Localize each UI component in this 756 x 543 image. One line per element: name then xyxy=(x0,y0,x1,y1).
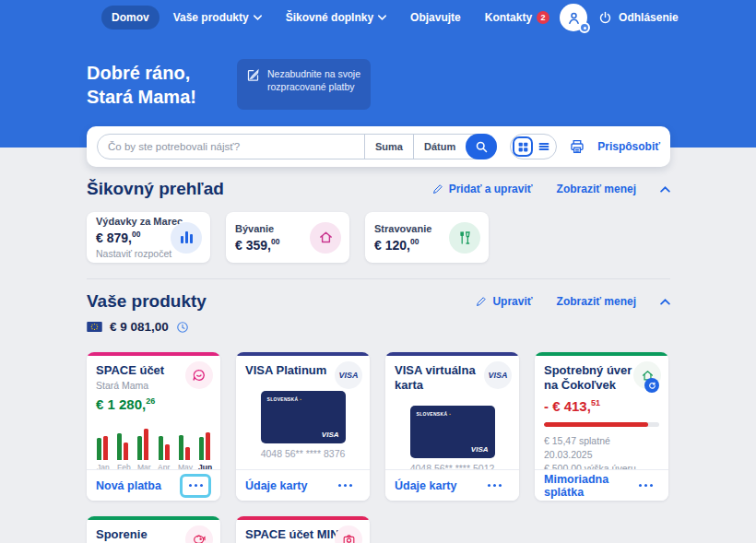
chevron-up-icon[interactable] xyxy=(660,299,670,305)
sum-label: Suma xyxy=(375,141,403,152)
chevron-down-icon xyxy=(378,15,386,20)
visa-brand: VISA xyxy=(471,445,489,454)
person-icon xyxy=(566,10,582,26)
products-total-amount: € 9 081,00 xyxy=(110,320,169,334)
pending-payments-notification[interactable]: Nezabudnite na svoje rozpracované platby xyxy=(237,59,371,110)
nav-label: Vaše produkty xyxy=(173,11,249,24)
space-account-card[interactable]: SPACE účet Stará Mama € 1 280,26 JanFebM… xyxy=(87,352,220,501)
visa-virtual-card[interactable]: VISA virtuálna karta VISA SLOVENSKÁ VISA… xyxy=(385,352,519,501)
savings-card[interactable]: Sporenie Na zlé a horšie časy xyxy=(87,516,220,543)
list-view-button[interactable] xyxy=(534,136,554,157)
more-options-button[interactable] xyxy=(329,474,360,498)
nav-item-contacts[interactable]: Kontakty 2 xyxy=(475,6,560,30)
nav-item-products[interactable]: Vaše produkty xyxy=(163,6,272,30)
search-panel: Suma Dátum Prispôsobiť xyxy=(87,126,670,167)
list-icon xyxy=(537,140,550,153)
more-options-button[interactable] xyxy=(478,474,510,498)
customize-button[interactable]: Prispôsobiť xyxy=(597,140,660,153)
card-title: VISA virtuálna karta xyxy=(395,363,490,393)
nav-label: Kontakty xyxy=(485,11,532,24)
date-label: Dátum xyxy=(424,141,455,152)
nav-right: Odhlásenie xyxy=(560,4,679,31)
power-icon xyxy=(598,11,612,25)
space-mini-account-card[interactable]: SPACE účet MINI Stará Mama xyxy=(236,516,370,543)
nav-label: Domov xyxy=(112,11,149,24)
overview-title: Šikovný prehľad xyxy=(87,179,224,199)
card-title: VISA Platinum xyxy=(245,363,337,378)
printer-icon xyxy=(569,138,585,155)
overview-section-header: Šikovný prehľad Pridať a upraviť Zobrazi… xyxy=(87,179,670,199)
products-show-less-button[interactable]: Zobraziť menej xyxy=(557,295,636,308)
space-bubble-icon xyxy=(185,361,213,389)
search-input[interactable] xyxy=(98,135,364,159)
bank-card-graphic: SLOVENSKÁ VISA xyxy=(410,406,495,458)
search-icon xyxy=(475,140,489,154)
bank-name: SLOVENSKÁ xyxy=(417,411,452,417)
show-less-label: Zobraziť menej xyxy=(557,183,636,195)
loan-progress-bar xyxy=(544,422,659,427)
add-edit-label: Pridať a upraviť xyxy=(449,183,533,195)
housing-overview-card[interactable]: Bývanie € 359,00 xyxy=(226,212,349,263)
card-details-button[interactable]: Údaje karty xyxy=(245,479,307,492)
balance-history-icon[interactable] xyxy=(176,321,189,334)
grid-icon xyxy=(517,141,529,153)
section-divider xyxy=(87,278,670,279)
top-navigation: Domov Vaše produkty Šikovné doplnky Obja… xyxy=(87,0,670,35)
nav-item-addons[interactable]: Šikovné doplnky xyxy=(276,6,396,30)
nav-item-discover[interactable]: Objavujte xyxy=(400,6,471,30)
bar-chart-icon xyxy=(171,222,202,254)
eu-flag-icon xyxy=(87,322,102,332)
contacts-badge: 2 xyxy=(537,11,549,24)
products-total-row: € 9 081,00 xyxy=(87,320,189,334)
nav-label: Objavujte xyxy=(410,11,461,24)
add-edit-button[interactable]: Pridať a upraviť xyxy=(432,183,533,195)
logout-label: Odhlásenie xyxy=(619,11,679,24)
more-options-button[interactable] xyxy=(633,474,659,498)
spending-overview-card[interactable]: Výdavky za Marec € 879,00 Nastaviť rozpo… xyxy=(87,212,210,263)
avatar[interactable] xyxy=(560,4,587,31)
card-details-button[interactable]: Údaje karty xyxy=(395,479,456,492)
search-button[interactable] xyxy=(466,134,497,159)
avatar-status-badge xyxy=(579,22,590,33)
loan-balance: - € 413,51 xyxy=(544,398,659,414)
visa-logo-icon: VISA xyxy=(484,361,512,389)
visa-platinum-card[interactable]: VISA Platinum VISA SLOVENSKÁ VISA 4048 5… xyxy=(236,352,370,501)
new-payment-button[interactable]: Nová platba xyxy=(96,479,161,492)
nav-item-home[interactable]: Domov xyxy=(101,6,159,30)
show-less-label: Zobraziť menej xyxy=(557,295,636,308)
more-options-button[interactable] xyxy=(180,474,211,498)
overview-show-less-button[interactable]: Zobraziť menej xyxy=(557,183,636,195)
grid-view-button[interactable] xyxy=(513,136,533,157)
refresh-badge-icon xyxy=(644,378,659,393)
nav-label: Šikovné doplnky xyxy=(286,11,373,24)
date-filter-button[interactable]: Dátum xyxy=(413,135,466,159)
dining-icon xyxy=(449,222,480,254)
overview-header-links: Pridať a upraviť Zobraziť menej xyxy=(432,183,670,195)
house-icon xyxy=(310,222,341,254)
print-button[interactable] xyxy=(569,138,585,155)
bank-name: SLOVENSKÁ xyxy=(267,396,302,402)
edit-products-button[interactable]: Upraviť xyxy=(476,295,532,308)
mini-bar-chart xyxy=(96,425,211,460)
consumer-loan-card[interactable]: Spotrebný úver na Čokoľvek - € 413,51 € … xyxy=(535,352,668,501)
pencil-icon xyxy=(476,296,487,307)
greeting-line1: Dobré ráno, xyxy=(87,61,196,85)
products-header-links: Upraviť Zobraziť menej xyxy=(476,295,670,308)
search-group: Suma Dátum xyxy=(97,134,497,159)
visa-brand: VISA xyxy=(322,431,339,439)
greeting: Dobré ráno, Stará Mama! xyxy=(87,61,196,109)
edit-note-icon xyxy=(246,68,260,82)
sum-filter-button[interactable]: Suma xyxy=(364,135,413,159)
chevron-up-icon[interactable] xyxy=(660,186,670,193)
bank-card-graphic: SLOVENSKÁ VISA xyxy=(261,391,346,443)
nav-items: Domov Vaše produkty Šikovné doplnky Obja… xyxy=(101,6,560,30)
loan-house-icon xyxy=(633,361,661,389)
notification-text: Nezabudnite na svoje rozpracované platby xyxy=(267,67,361,101)
products-section-header: Vaše produkty Upraviť Zobraziť menej xyxy=(87,291,670,312)
loan-title: Spotrebný úver na Čokoľvek xyxy=(544,363,636,393)
products-title: Vaše produkty xyxy=(87,291,207,312)
account-balance: € 1 280,26 xyxy=(96,396,211,412)
logout-button[interactable]: Odhlásenie xyxy=(598,11,679,25)
dining-overview-card[interactable]: Stravovanie € 120,00 xyxy=(365,212,489,263)
extra-payment-button[interactable]: Mimoriadna splátka xyxy=(544,473,633,499)
